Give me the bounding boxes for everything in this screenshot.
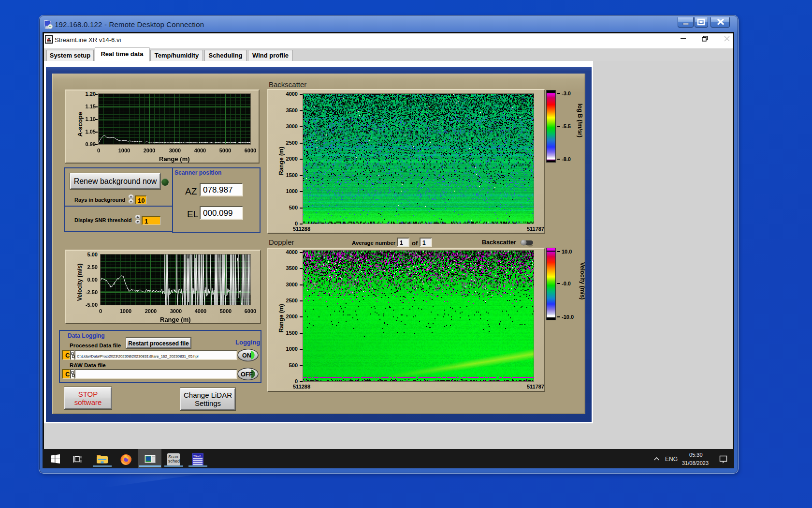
svg-text:OFF: OFF — [241, 371, 253, 378]
svg-text:ON: ON — [242, 352, 251, 359]
svg-text:WEEK: WEEK — [193, 454, 202, 457]
